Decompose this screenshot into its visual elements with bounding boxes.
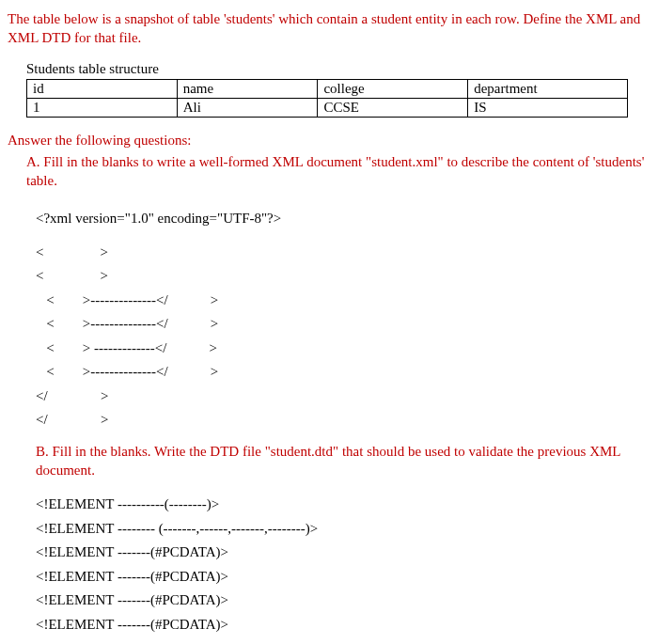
- dtd-fill-area: <!ELEMENT ----------(--------)> <!ELEMEN…: [36, 493, 650, 636]
- students-table: id name college department 1 Ali CCSE IS: [26, 79, 628, 118]
- header-department: department: [468, 79, 628, 98]
- cell-name: Ali: [177, 98, 318, 117]
- cell-id: 1: [27, 98, 178, 117]
- dtd-line: <!ELEMENT -------(#PCDATA)>: [36, 565, 650, 589]
- cell-department: IS: [468, 98, 628, 117]
- xml-line: </ >: [36, 385, 650, 409]
- xml-line: </ >: [36, 408, 650, 432]
- dtd-line: <!ELEMENT ----------(--------)>: [36, 493, 650, 517]
- xml-line: < >: [36, 264, 650, 289]
- dtd-line: <!ELEMENT -------- (-------,------,-----…: [36, 517, 650, 542]
- xml-line: < >--------------</ >: [36, 360, 650, 385]
- dtd-line: <!ELEMENT -------(#PCDATA)>: [36, 589, 650, 613]
- answer-heading: Answer the following questions:: [8, 133, 650, 149]
- intro-text: The table below is a snapshot of table '…: [8, 9, 650, 48]
- xml-fill-area: <?xml version="1.0" encoding="UTF-8"?> <…: [36, 207, 650, 432]
- dtd-line: <!ELEMENT -------(#PCDATA)>: [36, 613, 650, 637]
- question-a: A. Fill in the blanks to write a well-fo…: [26, 152, 650, 191]
- table-title: Students table structure: [26, 61, 650, 77]
- xml-line: < >: [36, 241, 650, 265]
- xml-line: < >--------------</ >: [36, 289, 650, 313]
- header-name: name: [177, 79, 318, 98]
- xml-declaration: <?xml version="1.0" encoding="UTF-8"?>: [36, 207, 650, 231]
- table-row: id name college department: [27, 79, 628, 98]
- header-id: id: [27, 79, 178, 98]
- cell-college: CCSE: [318, 98, 468, 117]
- header-college: college: [318, 79, 468, 98]
- table-row: 1 Ali CCSE IS: [27, 98, 628, 117]
- question-b: B. Fill in the blanks. Write the DTD fil…: [36, 442, 650, 480]
- xml-line: < >--------------</ >: [36, 312, 650, 337]
- xml-line: < > -------------</ >: [36, 337, 650, 361]
- dtd-line: <!ELEMENT -------(#PCDATA)>: [36, 541, 650, 565]
